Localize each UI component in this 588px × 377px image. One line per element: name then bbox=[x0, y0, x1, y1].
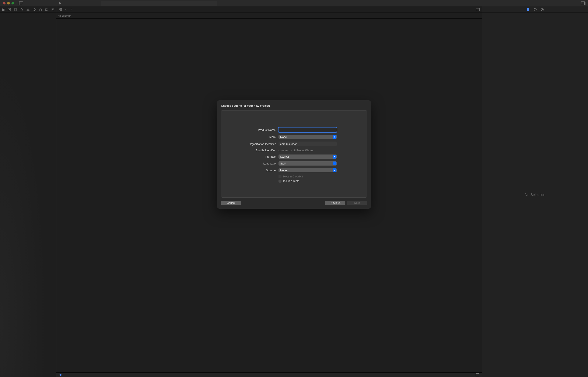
org-id-label: Organization Identifier: bbox=[234, 142, 276, 146]
new-project-dialog: Choose options for your new project: Pro… bbox=[217, 100, 371, 209]
host-cloudkit-label: Host in CloudKit bbox=[283, 175, 303, 178]
modal-overlay: Choose options for your new project: Pro… bbox=[0, 0, 588, 377]
interface-label: Interface: bbox=[234, 155, 276, 158]
include-tests-label: Include Tests bbox=[283, 179, 299, 183]
team-select[interactable]: None bbox=[278, 135, 337, 139]
select-arrows-icon bbox=[333, 162, 336, 165]
language-select[interactable]: Swift bbox=[278, 161, 337, 165]
storage-select[interactable]: None bbox=[278, 168, 337, 172]
host-cloudkit-checkbox bbox=[278, 175, 281, 178]
bundle-id-label: Bundle Identifier: bbox=[234, 149, 276, 152]
bundle-id-value: com.microsoft.ProductName bbox=[278, 149, 337, 152]
next-button: Next bbox=[347, 200, 367, 205]
team-label: Team: bbox=[234, 135, 276, 139]
dialog-footer: Cancel Previous Next bbox=[221, 200, 367, 205]
select-arrows-icon bbox=[333, 168, 336, 172]
dialog-body: Product Name: Team: None Organization Id… bbox=[221, 110, 367, 198]
cancel-button[interactable]: Cancel bbox=[221, 200, 241, 205]
dialog-title: Choose options for your new project: bbox=[221, 104, 367, 107]
org-id-input[interactable] bbox=[278, 141, 337, 146]
select-arrows-icon bbox=[333, 155, 336, 159]
previous-button[interactable]: Previous bbox=[325, 200, 345, 205]
interface-select[interactable]: SwiftUI bbox=[278, 154, 337, 159]
storage-label: Storage: bbox=[234, 169, 276, 172]
product-name-label: Product Name: bbox=[234, 128, 276, 131]
select-arrows-icon bbox=[333, 135, 336, 139]
language-label: Language: bbox=[234, 162, 276, 165]
include-tests-checkbox[interactable] bbox=[278, 180, 281, 183]
product-name-input[interactable] bbox=[278, 128, 337, 132]
